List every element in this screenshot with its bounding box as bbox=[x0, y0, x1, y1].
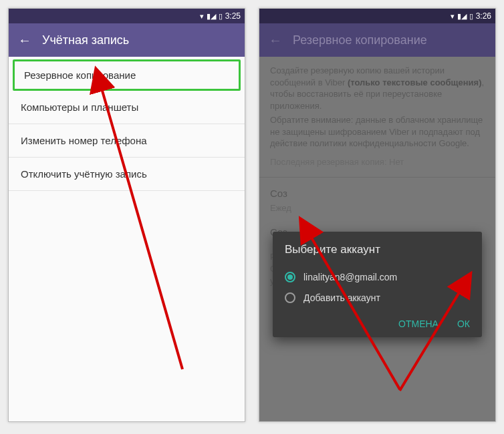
item-deactivate[interactable]: Отключить учётную запись bbox=[9, 158, 245, 191]
add-account-label: Добавить аккаунт bbox=[303, 292, 380, 304]
account-email: linalityan8@gmail.com bbox=[303, 271, 397, 284]
appbar-title: Резервное копирование bbox=[293, 33, 427, 47]
right-phone: ▾ ▮◢ ▯ 3:26 ← Резервное копирование Созд… bbox=[259, 8, 496, 422]
battery-icon: ▯ bbox=[469, 12, 473, 21]
radio-unselected-icon bbox=[285, 292, 295, 303]
back-arrow-icon[interactable]: ← bbox=[18, 33, 31, 47]
item-computers[interactable]: Компьютеры и планшеты bbox=[9, 91, 245, 124]
settings-list: Резервное копирование Компьютеры и планш… bbox=[9, 57, 245, 421]
section-create-sub: Ежед bbox=[270, 202, 485, 214]
divider bbox=[259, 177, 495, 178]
backup-screen: Создайте резервную копию вашей истории с… bbox=[259, 57, 495, 421]
app-bar: ← Резервное копирование bbox=[259, 23, 495, 57]
radio-selected-icon bbox=[285, 272, 295, 282]
back-arrow-icon[interactable]: ← bbox=[269, 33, 282, 47]
status-bar: ▾ ▮◢ ▯ 3:26 bbox=[259, 9, 495, 23]
status-time: 3:25 bbox=[225, 11, 241, 21]
add-account-option[interactable]: Добавить аккаунт bbox=[285, 288, 470, 308]
dialog-title: Выберите аккаунт bbox=[285, 242, 470, 258]
signal-icon: ▮◢ bbox=[457, 12, 467, 21]
status-time: 3:26 bbox=[476, 11, 491, 21]
backup-note: Обратите внимание: данные в облачном хра… bbox=[270, 114, 485, 150]
app-bar: ← Учётная запись bbox=[9, 23, 245, 57]
item-backup[interactable]: Резервное копирование bbox=[13, 59, 241, 91]
cancel-button[interactable]: ОТМЕНА bbox=[398, 318, 438, 331]
choose-account-dialog: Выберите аккаунт linalityan8@gmail.com Д… bbox=[273, 232, 482, 337]
signal-icon: ▮◢ bbox=[207, 12, 216, 21]
backup-description: Создайте резервную копию вашей истории с… bbox=[270, 65, 485, 150]
wifi-icon: ▾ bbox=[451, 12, 455, 21]
status-bar: ▾ ▮◢ ▯ 3:25 bbox=[9, 9, 245, 23]
ok-button[interactable]: ОК bbox=[457, 318, 470, 331]
section-create: Соз bbox=[270, 187, 485, 200]
left-phone: ▾ ▮◢ ▯ 3:25 ← Учётная запись Резервное к… bbox=[8, 8, 245, 422]
last-backup: Последняя резервная копия: Нет bbox=[270, 156, 485, 168]
appbar-title: Учётная запись bbox=[42, 33, 129, 47]
item-change-number[interactable]: Изменить номер телефона bbox=[9, 124, 245, 158]
account-option[interactable]: linalityan8@gmail.com bbox=[285, 267, 470, 288]
dialog-actions: ОТМЕНА ОК bbox=[285, 318, 470, 331]
battery-icon: ▯ bbox=[219, 12, 223, 21]
wifi-icon: ▾ bbox=[200, 12, 204, 21]
